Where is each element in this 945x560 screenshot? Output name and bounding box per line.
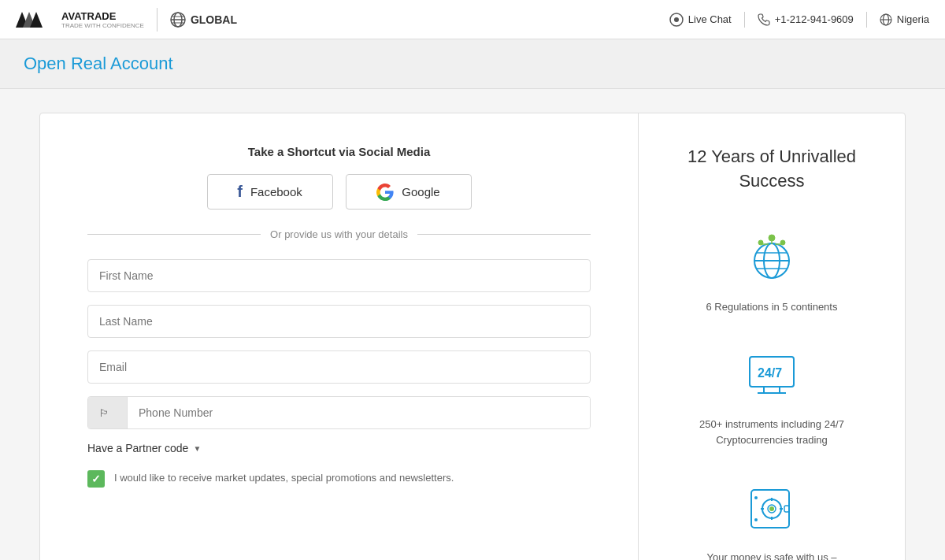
social-title: Take a Shortcut via Social Media	[87, 145, 591, 158]
google-button[interactable]: Google	[346, 174, 472, 210]
svg-point-9	[674, 17, 679, 22]
last-name-group	[87, 305, 591, 338]
form-panel: Take a Shortcut via Social Media f Faceb…	[40, 113, 639, 560]
svg-point-36	[769, 506, 774, 511]
svg-point-38	[754, 496, 758, 499]
phone-icon	[758, 13, 770, 26]
regulations-globe-icon	[740, 225, 803, 288]
first-name-group	[87, 259, 591, 292]
feature-regulations: 6 Regulations in 5 continents	[706, 225, 838, 315]
globe-icon	[170, 12, 186, 28]
phone-input[interactable]	[128, 397, 590, 428]
phone-link[interactable]: +1-212-941-9609	[758, 13, 854, 26]
social-buttons: f Facebook Google	[87, 174, 591, 210]
header-divider-2	[866, 12, 867, 28]
country-globe-icon	[880, 13, 892, 26]
feature-safe: Your money is safe with us –	[707, 476, 837, 560]
header-left: AVATRADE TRADE WITH CONFIDENCE GLOBAL	[16, 8, 237, 32]
info-title: 12 Years of Unrivalled Success	[662, 145, 881, 194]
main-header: AVATRADE TRADE WITH CONFIDENCE GLOBAL Li…	[0, 0, 945, 39]
live-chat-link[interactable]: Live Chat	[669, 13, 732, 27]
email-group	[87, 350, 591, 384]
newsletter-checkbox[interactable]	[87, 470, 105, 488]
phone-wrapper: 🏳	[87, 396, 591, 429]
header-right: Live Chat +1-212-941-9609 Nigeria	[669, 12, 929, 28]
newsletter-checkbox-row: I would like to receive market updates, …	[87, 470, 591, 488]
monitor-247-icon: 24/7	[740, 343, 803, 406]
phone-prefix: 🏳	[88, 397, 128, 428]
page-title-bar: Open Real Account	[0, 39, 945, 89]
country-link[interactable]: Nigeria	[880, 13, 929, 26]
feature-instruments: 24/7 250+ instruments including 24/7 Cry…	[662, 343, 881, 447]
brand-text: AVATRADE TRADE WITH CONFIDENCE	[61, 10, 144, 29]
phone-group: 🏳	[87, 396, 591, 429]
svg-point-39	[754, 518, 758, 521]
partner-code-arrow-icon: ▼	[193, 444, 201, 453]
feature-safe-text: Your money is safe with us –	[707, 550, 837, 560]
facebook-icon: f	[237, 183, 243, 201]
form-card: Take a Shortcut via Social Media f Faceb…	[39, 113, 906, 560]
global-region[interactable]: GLOBAL	[170, 12, 237, 28]
newsletter-label: I would like to receive market updates, …	[114, 470, 454, 486]
feature-regulations-text: 6 Regulations in 5 continents	[706, 299, 838, 315]
google-icon	[376, 184, 394, 201]
chat-icon	[669, 13, 684, 27]
logo-area[interactable]: AVATRADE TRADE WITH CONFIDENCE	[16, 8, 144, 32]
svg-point-18	[769, 235, 775, 241]
or-divider: Or provide us with your details	[87, 228, 591, 240]
last-name-input[interactable]	[87, 305, 591, 338]
main-content: Take a Shortcut via Social Media f Faceb…	[0, 89, 945, 560]
header-logo-divider	[157, 8, 158, 32]
partner-code-toggle[interactable]: Have a Partner code ▼	[87, 442, 591, 454]
page-title: Open Real Account	[24, 54, 921, 74]
svg-text:24/7: 24/7	[758, 366, 782, 380]
email-input[interactable]	[87, 350, 591, 384]
header-divider-1	[744, 12, 745, 28]
feature-instruments-text: 250+ instruments including 24/7 Cryptocu…	[662, 417, 881, 447]
info-panel: 12 Years of Unrivalled Success	[639, 113, 905, 560]
safe-vault-icon	[740, 476, 803, 539]
first-name-input[interactable]	[87, 259, 591, 292]
facebook-button[interactable]: f Facebook	[207, 174, 333, 210]
ava-logo-icon	[16, 8, 55, 32]
